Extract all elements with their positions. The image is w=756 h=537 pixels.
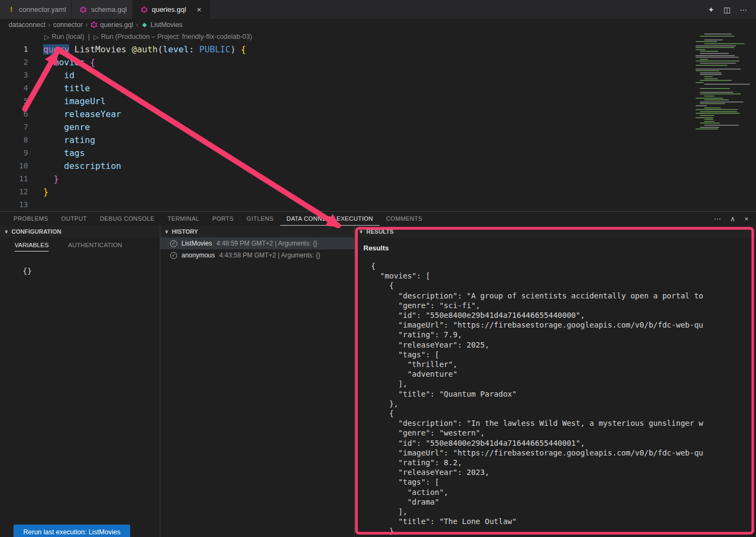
config-tab-variables[interactable]: VARIABLES [15, 242, 49, 251]
line-number: 10 [0, 161, 28, 170]
tab-label: connector.yaml [19, 5, 66, 13]
panel-tab-bar: PROBLEMSOUTPUTDEBUG CONSOLETERMINALPORTS… [7, 212, 429, 226]
panel-tab-problems[interactable]: PROBLEMS [7, 212, 55, 226]
rerun-button[interactable]: Rerun last execution: ListMovies [14, 525, 130, 537]
tab-schema-gql[interactable]: schema.gql [72, 0, 132, 19]
line-number: 11 [0, 174, 28, 183]
results-header[interactable]: ∨ RESULTS [355, 226, 756, 237]
results-section: ∨ RESULTS Results { "movies": [ { "descr… [354, 226, 756, 537]
configuration-tabs: VARIABLESAUTHENTICATION [0, 237, 160, 256]
panel-tab-comments[interactable]: COMMENTS [380, 212, 429, 226]
config-tab-authentication[interactable]: AUTHENTICATION [68, 242, 122, 251]
code-line-2[interactable]: 2 movies { [0, 56, 756, 69]
code-line-8[interactable]: 8 rating [0, 133, 756, 146]
breadcrumb-item-dataconnect[interactable]: dataconnect [9, 21, 45, 29]
code-lens: ▷ Run (local) | ▷ Run (Production – Proj… [44, 31, 756, 43]
panel-tab-terminal[interactable]: TERMINAL [161, 212, 206, 226]
tab-label: schema.gql [91, 5, 126, 13]
tab-label: queries.gql [152, 5, 186, 13]
breadcrumb-item-ListMovies[interactable]: ListMovies [141, 21, 183, 29]
graphql-icon [79, 6, 87, 13]
line-code: id [43, 70, 75, 80]
breadcrumb-separator-icon: › [85, 21, 87, 29]
line-code: } [43, 174, 59, 184]
line-number: 13 [0, 200, 28, 209]
split-editor-icon[interactable]: ◫ [724, 5, 731, 14]
minimap[interactable] [693, 32, 755, 194]
breadcrumb-item-queries-gql[interactable]: queries.gql [90, 21, 133, 29]
panel-tab-debug-console[interactable]: DEBUG CONSOLE [93, 212, 161, 226]
chevron-down-icon: ∨ [165, 229, 168, 234]
results-json: { "movies": [ { "description": "A group … [363, 261, 756, 536]
tab-bar-actions: ✦ ◫ ⋯ [708, 0, 756, 19]
panel-maximize-icon[interactable]: ∧ [730, 215, 735, 223]
run-local-link[interactable]: ▷ Run (local) [44, 33, 84, 41]
configuration-header[interactable]: ∨ CONFIGURATION [0, 226, 160, 237]
play-icon: ▷ [44, 33, 50, 41]
check-circle-icon: ✓ [170, 252, 177, 259]
history-item-anonymous[interactable]: ✓anonymous4:43:58 PM GMT+2 | Arguments: … [160, 249, 354, 261]
line-number: 12 [0, 187, 28, 196]
panel-close-icon[interactable]: × [744, 215, 748, 223]
configuration-section: ∨ CONFIGURATION VARIABLESAUTHENTICATION … [0, 226, 160, 537]
panel-actions: ⋯ ∧ × [714, 215, 756, 223]
panel-tab-row: PROBLEMSOUTPUTDEBUG CONSOLETERMINALPORTS… [0, 212, 756, 226]
line-number: 8 [0, 135, 28, 144]
breadcrumb: dataconnect›connector›queries.gql›ListMo… [0, 19, 756, 31]
line-number: 7 [0, 123, 28, 131]
line-number: 3 [0, 71, 28, 79]
line-code: description [43, 161, 122, 171]
tab-bar-tabs: !connector.yamlschema.gqlqueries.gql× [0, 0, 210, 19]
run-production-link[interactable]: ▷ Run (Production – Project: friendly-fl… [93, 33, 252, 41]
line-code: title [43, 83, 90, 93]
line-number: 1 [0, 45, 28, 53]
panel-tab-ports[interactable]: PORTS [206, 212, 240, 226]
panel-more-icon[interactable]: ⋯ [714, 215, 721, 223]
warning-icon: ! [8, 6, 15, 13]
code-line-3[interactable]: 3 id [0, 69, 756, 81]
code-line-9[interactable]: 9 tags [0, 146, 756, 159]
code-line-1[interactable]: 1query ListMovies @auth(level: PUBLIC) { [0, 43, 756, 56]
code-lens-divider: | [88, 33, 90, 40]
editor-lines[interactable]: 1query ListMovies @auth(level: PUBLIC) {… [0, 43, 756, 211]
code-line-6[interactable]: 6 releaseYear [0, 107, 756, 120]
graphql-icon [140, 6, 148, 13]
history-header[interactable]: ∨ HISTORY [160, 226, 354, 237]
sparkle-icon[interactable]: ✦ [708, 5, 714, 14]
breadcrumb-separator-icon: › [48, 21, 50, 29]
line-code: releaseYear [43, 109, 122, 119]
chevron-down-icon: ∨ [4, 229, 8, 234]
line-code: movies { [43, 57, 95, 67]
line-number: 2 [0, 58, 28, 66]
code-line-10[interactable]: 10 description [0, 159, 756, 172]
results-heading: Results [363, 244, 756, 252]
panel-tab-output[interactable]: OUTPUT [55, 212, 93, 226]
tab-queries-gql[interactable]: queries.gql× [133, 0, 210, 19]
code-line-11[interactable]: 11 } [0, 172, 756, 185]
line-code: tags [43, 148, 85, 158]
code-line-7[interactable]: 7 genre [0, 120, 756, 133]
code-line-4[interactable]: 4 title [0, 81, 756, 94]
code-line-5[interactable]: 5 imageUrl [0, 94, 756, 107]
breadcrumb-separator-icon: › [136, 21, 138, 29]
line-number: 9 [0, 148, 28, 157]
history-section: ∨ HISTORY ✓ListMovies4:48:59 PM GMT+2 | … [160, 226, 354, 537]
close-icon[interactable]: × [194, 5, 204, 14]
symbol-icon [141, 21, 148, 29]
more-actions-icon[interactable]: ⋯ [740, 5, 747, 14]
play-icon: ▷ [93, 33, 99, 41]
line-number: 4 [0, 84, 28, 92]
code-line-13[interactable]: 13 [0, 198, 756, 211]
line-number: 5 [0, 97, 28, 105]
chevron-down-icon: ∨ [359, 229, 363, 234]
breadcrumb-item-connector[interactable]: connector [53, 21, 83, 29]
panel-tab-data-connect-execution[interactable]: DATA CONNECT EXECUTION [280, 212, 380, 226]
code-line-12[interactable]: 12} [0, 185, 756, 198]
line-code: rating [43, 135, 95, 145]
panel-tab-gitlens[interactable]: GITLENS [240, 212, 280, 226]
editor[interactable]: ▷ Run (local) | ▷ Run (Production – Proj… [0, 31, 756, 211]
results-content[interactable]: Results { "movies": [ { "description": "… [355, 237, 756, 537]
history-item-ListMovies[interactable]: ✓ListMovies4:48:59 PM GMT+2 | Arguments:… [160, 237, 354, 249]
line-code: query ListMovies @auth(level: PUBLIC) { [43, 44, 246, 55]
tab-connector-yaml[interactable]: !connector.yaml [0, 0, 72, 19]
